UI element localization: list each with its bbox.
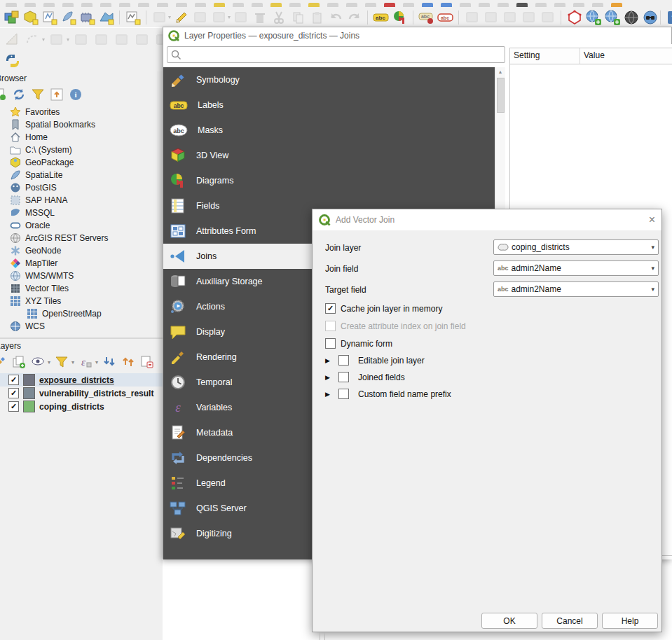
new-mesh-layer-icon[interactable] [97, 8, 115, 26]
browser-item-home[interactable]: Home [0, 131, 163, 144]
browser-item-openstreetmap[interactable]: OpenStreetMap [0, 307, 163, 320]
browser-item-sap-hana[interactable]: SAP HANA [0, 194, 163, 207]
filter-legend-icon[interactable] [54, 354, 69, 370]
new-gpx-layer-icon[interactable] [124, 8, 142, 26]
dynamic-form-checkbox[interactable]: Dynamic form [325, 338, 392, 349]
new-shapefile-layer-icon[interactable] [41, 8, 58, 26]
undo-icon[interactable] [327, 8, 344, 26]
rotate-feature-icon[interactable] [92, 31, 110, 48]
expander-icon[interactable]: ▶ [325, 374, 334, 381]
editable-join-layer-group[interactable]: ▶ Editable join layer [325, 355, 425, 366]
collapse-all-icon[interactable] [49, 87, 64, 102]
highlight-pinned-labels-icon[interactable]: abc [437, 8, 454, 26]
joined-fields-checkbox[interactable] [338, 372, 349, 382]
label-tool-extra-icon[interactable] [539, 8, 556, 26]
toggle-editing-icon[interactable] [172, 8, 190, 26]
column-header-value[interactable]: Value [580, 48, 605, 64]
browser-item-xyz-tiles[interactable]: XYZ Tiles [0, 295, 163, 307]
cut-features-icon[interactable] [270, 8, 287, 26]
add-selected-layers-icon[interactable] [0, 87, 8, 102]
collapse-all-layers-icon[interactable] [121, 354, 136, 370]
save-layer-edits-icon[interactable] [191, 8, 209, 26]
python-console-icon[interactable] [4, 53, 21, 70]
search-input[interactable] [184, 48, 502, 63]
paste-features-icon[interactable] [308, 8, 325, 26]
browser-item-geonode[interactable]: GeoNode [0, 244, 163, 257]
join-layer-combo[interactable]: coping_districts ▾ [493, 239, 659, 255]
sidebar-item-diagrams[interactable]: Diagrams [163, 168, 495, 193]
expander-icon[interactable]: ▶ [325, 357, 334, 364]
new-spatialite-layer-icon[interactable] [60, 8, 77, 26]
browser-item-c-drive[interactable]: C:\ (System) [0, 144, 163, 156]
move-label-icon[interactable] [482, 8, 500, 26]
manage-map-themes-icon[interactable] [30, 354, 46, 370]
browser-item-vector-tiles[interactable]: Vector Tiles [0, 282, 163, 295]
circular-string-icon[interactable] [23, 31, 41, 48]
delete-selected-icon[interactable] [251, 8, 268, 26]
cancel-button[interactable]: Cancel [542, 613, 598, 629]
layer-labeling-options-icon[interactable]: abc [372, 8, 390, 26]
data-source-manager-icon[interactable] [3, 8, 20, 26]
remove-layer-icon[interactable] [139, 354, 155, 370]
scroll-up-arrow[interactable]: ▲ [495, 67, 505, 74]
sidebar-item-3d-view[interactable]: 3D View [163, 143, 495, 168]
layer-row-vulnerability-districts-result[interactable]: ✓ vulnerability_districts_result [0, 387, 163, 400]
layer-visibility-checkbox[interactable]: ✓ [8, 375, 19, 385]
new-shapefile-polygon-icon[interactable] [565, 8, 583, 26]
custom-field-name-prefix-group[interactable]: ▶ Custom field name prefix [325, 389, 451, 399]
filter-browser-icon[interactable] [30, 87, 46, 102]
copy-move-feature-icon[interactable] [72, 31, 90, 48]
vertex-tool-icon[interactable] [210, 8, 228, 26]
cache-join-layer-checkbox[interactable]: ✓ Cache join layer in memory [325, 303, 442, 314]
joined-fields-group[interactable]: ▶ Joined fields [325, 372, 405, 382]
current-edits-icon[interactable] [151, 8, 168, 26]
target-field-combo[interactable]: abc admin2Name ▾ [493, 281, 659, 297]
help-contents-icon[interactable]: ? [665, 8, 672, 26]
browser-item-geopackage[interactable]: GeoPackage [0, 156, 163, 169]
new-virtual-layer-icon[interactable] [78, 8, 96, 26]
layer-row-coping-districts[interactable]: ✓ coping_districts [0, 400, 163, 413]
joins-table-header[interactable]: Setting Value [510, 48, 672, 64]
column-header-setting[interactable]: Setting [510, 48, 580, 64]
help-button[interactable]: Help [602, 613, 658, 629]
browser-item-maptiler[interactable]: MapTiler [0, 257, 163, 270]
rotate-label-icon[interactable] [501, 8, 519, 26]
filter-by-expression-icon[interactable]: ε [78, 354, 93, 370]
change-label-properties-icon[interactable] [520, 8, 537, 26]
browser-item-favorites[interactable]: Favorites [0, 106, 163, 118]
redo-icon[interactable] [345, 8, 363, 26]
scrollbar-thumb[interactable] [497, 78, 505, 113]
search-places-icon[interactable] [641, 8, 659, 26]
copy-features-icon[interactable] [289, 8, 306, 26]
move-feature-icon[interactable] [48, 31, 65, 48]
browser-item-postgis[interactable]: PostGIS [0, 181, 163, 194]
layer-row-exposure-districts[interactable]: ✓ exposure_districts [0, 373, 163, 387]
properties-info-icon[interactable]: i [68, 87, 83, 102]
ok-button[interactable]: OK [481, 613, 537, 629]
layer-properties-titlebar[interactable]: Layer Properties — exposure_districts — … [163, 27, 671, 44]
browser-item-mssql[interactable]: MSSQL [0, 207, 163, 219]
join-field-combo[interactable]: abc admin2Name ▾ [493, 260, 659, 276]
layer-diagram-options-icon[interactable] [391, 8, 409, 26]
metasearch-icon[interactable] [622, 8, 640, 26]
sidebar-item-labels[interactable]: abcLabels [163, 92, 495, 118]
custom-field-name-prefix-checkbox[interactable] [338, 389, 349, 399]
browser-item-oracle[interactable]: Oracle [0, 219, 163, 232]
sidebar-item-masks[interactable]: abcMasks [163, 118, 495, 143]
open-layer-styling-icon[interactable] [0, 354, 8, 370]
layer-visibility-checkbox[interactable]: ✓ [8, 401, 19, 412]
add-vector-join-titlebar[interactable]: Add Vector Join × [313, 209, 661, 230]
expand-all-icon[interactable] [102, 354, 117, 370]
new-geopackage-layer-icon[interactable] [22, 8, 39, 26]
browser-item-spatial-bookmarks[interactable]: Spatial Bookmarks [0, 118, 163, 131]
editable-join-layer-checkbox[interactable] [338, 355, 349, 366]
properties-search-box[interactable] [167, 46, 505, 63]
show-hide-labels-icon[interactable] [463, 8, 481, 26]
modify-attributes-icon[interactable] [232, 8, 249, 26]
add-group-icon[interactable] [11, 354, 27, 370]
pin-labels-icon[interactable]: abc [418, 8, 435, 26]
add-wms-layer-icon[interactable] [584, 8, 602, 26]
expander-icon[interactable]: ▶ [325, 391, 334, 398]
layer-visibility-checkbox[interactable]: ✓ [8, 388, 19, 398]
add-ring-icon[interactable] [133, 31, 151, 48]
